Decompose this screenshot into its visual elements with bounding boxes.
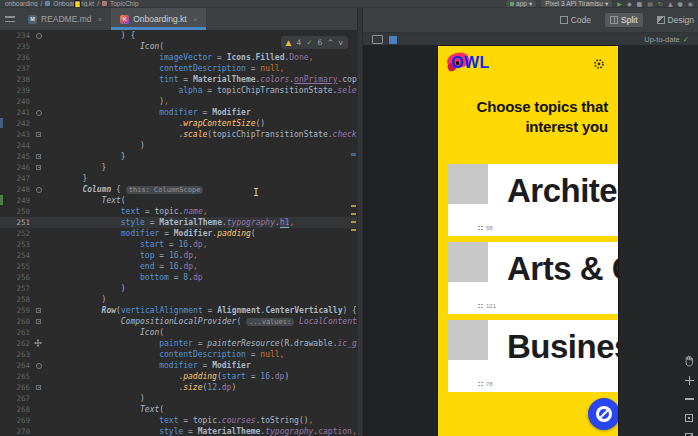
line-number[interactable]: 234 xyxy=(0,30,34,41)
code-line[interactable]: 255end = 16.dp, xyxy=(0,261,357,272)
gutter-fold-column[interactable] xyxy=(34,162,44,173)
next-issue-chevron-icon[interactable]: v xyxy=(339,37,343,48)
code-line[interactable]: 269text = topic.courses.toString(), xyxy=(0,415,357,426)
line-number[interactable]: 250 xyxy=(0,206,34,217)
profiler-icon[interactable]: ▲ xyxy=(668,0,673,8)
zoom-out-icon[interactable] xyxy=(683,393,695,405)
line-number[interactable]: 238 xyxy=(0,74,34,85)
code-line[interactable]: 253start = 16.dp, xyxy=(0,239,357,250)
device-select[interactable]: Pixel 3 API Tiramisu ▾ xyxy=(541,0,612,8)
explore-fab-button[interactable] xyxy=(588,398,618,430)
zoom-in-icon[interactable] xyxy=(683,374,695,386)
tab-readme[interactable]: M README.md × xyxy=(19,8,111,30)
stripe-warning-mark[interactable] xyxy=(351,221,356,223)
interactive-preview-icon[interactable] xyxy=(389,36,397,44)
line-number[interactable]: 251 xyxy=(0,217,34,228)
line-number[interactable]: 268 xyxy=(0,404,34,415)
code-line[interactable]: 257) xyxy=(0,283,357,294)
line-number[interactable]: 239 xyxy=(0,85,34,96)
inspections-widget[interactable]: ▲ 4 ✓ 6 ^ v xyxy=(281,36,348,49)
line-number[interactable]: 262 xyxy=(0,338,34,349)
gutter-fold-column[interactable] xyxy=(34,360,44,371)
line-number[interactable]: 248 xyxy=(0,184,34,195)
gutter-fold-column[interactable] xyxy=(34,305,44,316)
line-number[interactable]: 258 xyxy=(0,294,34,305)
code-line[interactable]: 245} xyxy=(0,151,357,162)
code-line[interactable]: 260CompositionLocalProvider( ...values: … xyxy=(0,316,357,327)
gutter-fold-column[interactable] xyxy=(34,382,44,393)
code-line[interactable]: 241modifier = Modifier xyxy=(0,107,357,118)
line-number[interactable]: 263 xyxy=(0,349,34,360)
line-number[interactable]: 265 xyxy=(0,371,34,382)
code-line[interactable]: 254top = 16.dp, xyxy=(0,250,357,261)
gutter-fold-column[interactable] xyxy=(34,30,44,41)
profile-icon[interactable]: ◆ xyxy=(627,0,632,8)
gutter-fold-column[interactable] xyxy=(34,107,44,118)
close-icon[interactable]: × xyxy=(193,15,198,24)
line-number[interactable]: 259 xyxy=(0,305,34,316)
code-line[interactable]: 264modifier = Modifier xyxy=(0,360,357,371)
code-line[interactable]: 265.padding(start = 16.dp) xyxy=(0,371,357,382)
line-number[interactable]: 255 xyxy=(0,261,34,272)
pan-hand-icon[interactable] xyxy=(683,355,695,367)
line-number[interactable]: 260 xyxy=(0,316,34,327)
line-number[interactable]: 254 xyxy=(0,250,34,261)
mode-split-button[interactable]: Split xyxy=(605,13,643,27)
code-line[interactable]: 239alpha = topicChipTransitionState.sele… xyxy=(0,85,357,96)
line-number[interactable]: 241 xyxy=(0,107,34,118)
tab-list-icon[interactable] xyxy=(5,16,15,22)
code-line[interactable]: 238tint = MaterialTheme.colors.onPrimary… xyxy=(0,74,357,85)
code-line[interactable]: 242.wrapContentSize() xyxy=(0,118,357,129)
search-icon[interactable]: ● xyxy=(678,0,683,8)
line-number[interactable]: 246 xyxy=(0,162,34,173)
line-number[interactable]: 270 xyxy=(0,426,34,436)
line-number[interactable]: 242 xyxy=(0,118,34,129)
line-number[interactable]: 249 xyxy=(0,195,34,206)
line-number[interactable]: 237 xyxy=(0,63,34,74)
line-number[interactable]: 253 xyxy=(0,239,34,250)
code-line[interactable]: 261Icon( xyxy=(0,327,357,338)
gutter-fold-column[interactable] xyxy=(34,316,44,327)
breadcrumb-item-function[interactable]: TopicChip xyxy=(110,0,139,7)
device-manager-icon[interactable]: ▤ xyxy=(647,0,653,8)
line-number[interactable]: 236 xyxy=(0,52,34,63)
code-line[interactable]: 237contentDescription = null, xyxy=(0,63,357,74)
run-icon[interactable]: ▶ xyxy=(617,0,622,8)
code-line[interactable]: 256bottom = 8.dp xyxy=(0,272,357,283)
stripe-warning-mark[interactable] xyxy=(351,213,356,215)
zoom-fit-icon[interactable] xyxy=(683,412,695,424)
mode-design-button[interactable]: Design xyxy=(652,13,698,27)
error-stripe-scrollbar[interactable] xyxy=(350,30,357,436)
code-line[interactable]: 248Column { this: ColumnScope xyxy=(0,184,357,195)
stripe-warning-mark[interactable] xyxy=(351,229,356,231)
line-number[interactable]: 267 xyxy=(0,393,34,404)
stop-icon[interactable]: ■ xyxy=(637,0,643,8)
topic-card[interactable]: Architecture58 xyxy=(448,164,618,236)
code-line[interactable]: 240), xyxy=(0,96,357,107)
settings-gear-icon[interactable] xyxy=(593,58,605,70)
topic-card[interactable]: Arts & Crafts121 xyxy=(448,242,618,314)
code-line[interactable]: 247} xyxy=(0,173,357,184)
code-editor[interactable]: 234) {235Icon(236imageVector = Icons.Fil… xyxy=(0,30,357,436)
code-line[interactable]: 266.size(12.dp) xyxy=(0,382,357,393)
line-number[interactable]: 247 xyxy=(0,173,34,184)
line-number[interactable]: 266 xyxy=(0,382,34,393)
code-line[interactable]: 258) xyxy=(0,294,357,305)
code-line[interactable]: 246} xyxy=(0,162,357,173)
line-number[interactable]: 243 xyxy=(0,129,34,140)
gutter-fold-column[interactable] xyxy=(34,184,44,195)
code-line[interactable]: 263contentDescription = null, xyxy=(0,349,357,360)
close-icon[interactable]: × xyxy=(98,15,103,24)
line-number[interactable]: 252 xyxy=(0,228,34,239)
line-number[interactable]: 245 xyxy=(0,151,34,162)
gutter-fold-column[interactable] xyxy=(34,129,44,140)
line-number[interactable]: 244 xyxy=(0,140,34,151)
code-line[interactable]: 250text = topic.name, xyxy=(0,206,357,217)
fullscreen-icon[interactable] xyxy=(683,431,695,436)
line-number[interactable]: 240 xyxy=(0,96,34,107)
gutter-fold-column[interactable] xyxy=(34,338,44,349)
topic-card[interactable]: Business78 xyxy=(448,320,618,392)
ui-check-icon[interactable] xyxy=(372,35,383,44)
settings-gear-icon[interactable]: ◉ xyxy=(688,0,693,8)
line-number[interactable]: 235 xyxy=(0,41,34,52)
